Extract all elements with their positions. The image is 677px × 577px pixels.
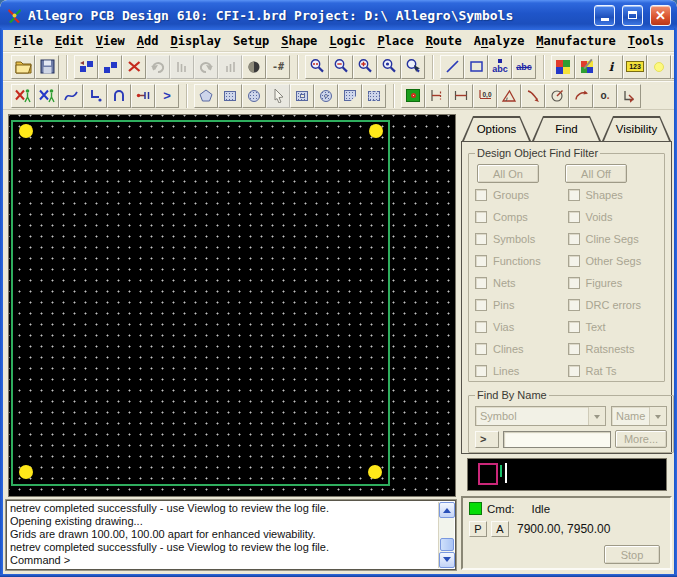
shape-add-button[interactable] — [194, 84, 218, 108]
color-edit-button[interactable] — [575, 55, 599, 79]
dim-datum-button[interactable]: 0,0 — [473, 84, 497, 108]
zoom-out-button[interactable] — [329, 55, 353, 79]
tab-find[interactable]: Find — [532, 116, 601, 141]
filter-checkbox-symbols[interactable]: Symbols — [475, 232, 566, 245]
filter-checkbox-groups[interactable]: Groups — [475, 188, 566, 201]
filter-checkbox-figures[interactable]: Figures — [568, 276, 659, 289]
zoom-points-button[interactable] — [305, 55, 329, 79]
chevron-down-icon[interactable] — [649, 407, 666, 425]
design-preview[interactable] — [467, 458, 667, 491]
filter-checkbox-lines[interactable]: Lines — [475, 364, 566, 377]
route-corner-button[interactable] — [83, 84, 107, 108]
shove-button[interactable] — [35, 84, 59, 108]
console-scrollbar[interactable] — [438, 502, 454, 568]
measure-button[interactable]: 123 — [623, 55, 647, 79]
design-canvas[interactable] — [8, 114, 456, 497]
dim-radius-button[interactable] — [545, 84, 569, 108]
slide-button[interactable] — [11, 84, 35, 108]
stop-button[interactable]: Stop — [604, 545, 660, 564]
shape-void-circle-button[interactable] — [314, 84, 338, 108]
filter-checkbox-nets[interactable]: Nets — [475, 276, 566, 289]
next-button[interactable]: > — [155, 84, 179, 108]
paste-button[interactable] — [74, 55, 98, 79]
filter-checkbox-other-segs[interactable]: Other Segs — [568, 254, 659, 267]
highlight-button[interactable] — [647, 55, 671, 79]
scroll-up-button[interactable] — [439, 502, 455, 518]
label-tune-button[interactable] — [401, 84, 425, 108]
absolute-coordinates-button[interactable]: A — [491, 521, 509, 537]
chevron-down-icon[interactable] — [588, 407, 605, 425]
copy-button[interactable] — [98, 55, 122, 79]
maximize-button[interactable] — [622, 5, 643, 26]
filter-checkbox-ratsnests[interactable]: Ratsnests — [568, 342, 659, 355]
filter-checkbox-shapes[interactable]: Shapes — [568, 188, 659, 201]
scroll-down-button[interactable] — [439, 552, 455, 568]
open-folder-button[interactable] — [11, 55, 35, 79]
shape-rect-button[interactable] — [218, 84, 242, 108]
all-off-button[interactable]: All Off — [565, 164, 627, 183]
add-rect-button[interactable] — [464, 55, 488, 79]
menu-edit[interactable]: Edit — [49, 32, 90, 50]
add-connect-button[interactable] — [59, 84, 83, 108]
shadow-mode-button[interactable] — [242, 55, 266, 79]
menu-tools[interactable]: Tools — [622, 32, 670, 50]
menu-file[interactable]: File — [8, 32, 49, 50]
menu-analyze[interactable]: Analyze — [468, 32, 531, 50]
all-on-button[interactable]: All On — [477, 164, 539, 183]
shape-circle-button[interactable] — [242, 84, 266, 108]
filter-checkbox-vias[interactable]: Vias — [475, 320, 566, 333]
find-name-input[interactable] — [503, 431, 611, 448]
shape-delete-button[interactable] — [362, 84, 386, 108]
menu-shape[interactable]: Shape — [275, 32, 323, 50]
scroll-thumb[interactable] — [440, 538, 454, 551]
menu-setup[interactable]: Setup — [227, 32, 275, 50]
dim-arc-button[interactable] — [569, 84, 593, 108]
unfix-button[interactable]: -# — [266, 55, 290, 79]
menu-place[interactable]: Place — [371, 32, 419, 50]
color-dialog-button[interactable] — [551, 55, 575, 79]
filter-checkbox-voids[interactable]: Voids — [568, 210, 659, 223]
pin-escape-button[interactable] — [131, 84, 155, 108]
dim-angle-button[interactable] — [497, 84, 521, 108]
filter-checkbox-rat-ts[interactable]: Rat Ts — [568, 364, 659, 377]
menu-manufacture[interactable]: Manufacture — [530, 32, 621, 50]
pick-coordinates-button[interactable]: P — [469, 521, 487, 537]
add-line-button[interactable] — [440, 55, 464, 79]
dim-linear-button[interactable] — [425, 84, 449, 108]
find-category-select[interactable]: Symbol — [475, 406, 606, 426]
filter-checkbox-functions[interactable]: Functions — [475, 254, 566, 267]
dim-leader-button[interactable] — [521, 84, 545, 108]
zoom-in-button[interactable] — [353, 55, 377, 79]
dim-vertical-button[interactable] — [449, 84, 473, 108]
zoom-fit-button[interactable] — [377, 55, 401, 79]
info-button[interactable]: i — [599, 55, 623, 79]
filter-checkbox-drc-errors[interactable]: DRC errors — [568, 298, 659, 311]
menu-route[interactable]: Route — [420, 32, 468, 50]
find-mode-select[interactable]: Name — [611, 406, 667, 426]
save-button[interactable] — [35, 55, 59, 79]
add-text-button[interactable]: abc — [488, 55, 512, 79]
shape-void-rect-button[interactable] — [290, 84, 314, 108]
filter-checkbox-cline-segs[interactable]: Cline Segs — [568, 232, 659, 245]
filter-checkbox-clines[interactable]: Clines — [475, 342, 566, 355]
menu-add[interactable]: Add — [131, 32, 165, 50]
route-bubble-button[interactable] — [107, 84, 131, 108]
menu-view[interactable]: View — [90, 32, 131, 50]
delete-button[interactable] — [122, 55, 146, 79]
zoom-previous-button[interactable] — [401, 55, 425, 79]
tab-options[interactable]: Options — [462, 116, 531, 141]
edit-text-button[interactable]: abc — [512, 55, 536, 79]
more-button[interactable]: More... — [615, 430, 667, 448]
tab-visibility[interactable]: Visibility — [602, 116, 671, 141]
minimize-button[interactable] — [594, 5, 615, 26]
dim-diameter-button[interactable]: o. — [593, 84, 617, 108]
filter-checkbox-comps[interactable]: Comps — [475, 210, 566, 223]
dim-pick-button[interactable] — [617, 84, 641, 108]
menu-display[interactable]: Display — [164, 32, 227, 50]
close-button[interactable]: ✕ — [650, 5, 671, 26]
shape-edit-button[interactable] — [338, 84, 362, 108]
filter-checkbox-pins[interactable]: Pins — [475, 298, 566, 311]
filter-checkbox-text[interactable]: Text — [568, 320, 659, 333]
console-window[interactable]: netrev completed successfully - use View… — [6, 500, 456, 570]
menu-logic[interactable]: Logic — [323, 32, 371, 50]
